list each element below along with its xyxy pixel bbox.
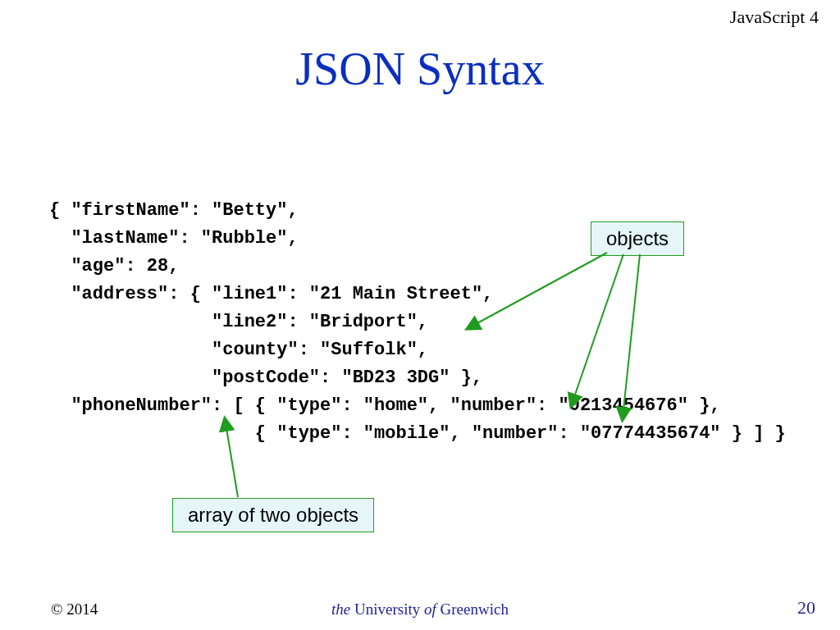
footer-university: the University of Greenwich	[0, 600, 840, 619]
callout-objects: objects	[591, 221, 684, 256]
slide-title: JSON Syntax	[0, 43, 840, 95]
footer: © 2014 the University of Greenwich 20	[0, 600, 840, 625]
slide-number: 20	[797, 597, 815, 619]
footer-of: of	[424, 600, 441, 618]
course-label: JavaScript 4	[730, 7, 819, 28]
footer-the: the	[331, 600, 354, 618]
callout-array: array of two objects	[172, 498, 374, 532]
footer-place: Greenwich	[441, 600, 509, 618]
footer-uname: University	[354, 600, 424, 618]
